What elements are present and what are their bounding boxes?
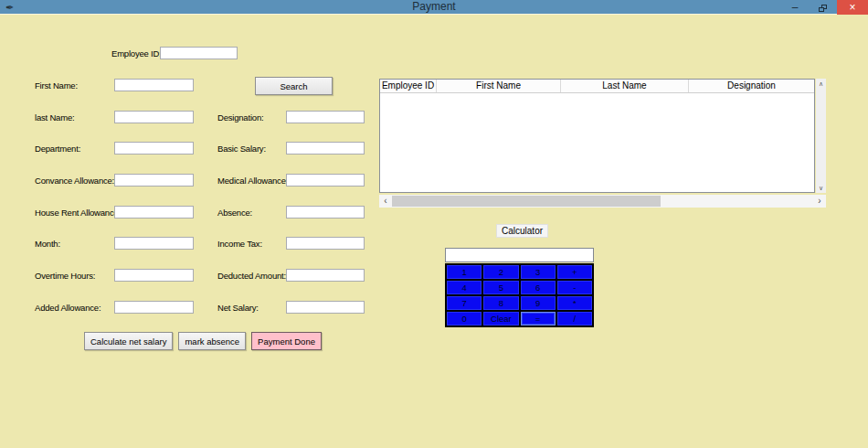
- employee-id-label: Employee ID:: [111, 48, 162, 59]
- grid-col-first-name[interactable]: First Name: [437, 80, 561, 92]
- scroll-down-icon[interactable]: ∨: [816, 183, 826, 193]
- calc-key-8[interactable]: 8: [483, 296, 518, 310]
- horizontal-scroll-thumb[interactable]: [392, 196, 661, 207]
- calculator-title: Calculator: [496, 224, 548, 238]
- calc-key-5[interactable]: 5: [483, 281, 518, 294]
- calc-key-plus[interactable]: +: [557, 265, 592, 279]
- calculator-display[interactable]: [445, 248, 594, 262]
- overtime-hours-label: Overtime Hours:: [35, 271, 95, 281]
- scroll-left-icon[interactable]: ‹: [380, 195, 391, 208]
- grid-col-designation[interactable]: Designation: [689, 80, 814, 92]
- income-tax-input[interactable]: [286, 237, 365, 250]
- calc-key-4[interactable]: 4: [447, 281, 482, 294]
- department-input[interactable]: [114, 142, 194, 155]
- minimize-icon: –: [792, 1, 799, 14]
- absence-label: Absence:: [217, 208, 252, 218]
- calc-key-1[interactable]: 1: [447, 265, 482, 279]
- month-label: Month:: [35, 239, 60, 249]
- convance-allowance-label: Convance Allowance:: [35, 176, 114, 186]
- close-icon: ×: [849, 1, 855, 14]
- calc-key-equals[interactable]: =: [521, 312, 556, 325]
- grid-horizontal-scrollbar[interactable]: ‹ ›: [379, 195, 826, 208]
- month-input[interactable]: [114, 237, 194, 250]
- grid-body[interactable]: [380, 93, 814, 192]
- calc-key-3[interactable]: 3: [521, 265, 556, 279]
- calc-key-2[interactable]: 2: [483, 265, 518, 279]
- employee-id-input[interactable]: [160, 47, 238, 59]
- basic-salary-label: Basic Salary:: [217, 144, 266, 154]
- house-rent-allowance-input[interactable]: [114, 206, 194, 219]
- income-tax-label: Income Tax:: [217, 239, 262, 249]
- designation-label: Designation:: [217, 112, 263, 123]
- restore-icon: [819, 5, 827, 12]
- department-label: Department:: [35, 144, 80, 154]
- grid-header-row: Employee ID First Name Last Name Designa…: [380, 80, 814, 93]
- payment-done-button[interactable]: Payment Done: [251, 332, 322, 350]
- calc-key-multiply[interactable]: *: [557, 296, 592, 310]
- window-title: Payment: [0, 0, 868, 15]
- maximize-button[interactable]: [811, 0, 833, 15]
- scroll-right-icon[interactable]: ›: [814, 195, 825, 208]
- house-rent-allowance-label: House Rent Allowance:: [35, 208, 121, 218]
- overtime-hours-input[interactable]: [114, 269, 194, 282]
- net-salary-input[interactable]: [286, 301, 365, 314]
- calc-key-clear[interactable]: Clear: [483, 312, 518, 325]
- grid-col-employee-id[interactable]: Employee ID: [380, 80, 437, 92]
- deducted-amount-input[interactable]: [286, 269, 365, 282]
- titlebar: ✒ Payment – ×: [0, 0, 868, 15]
- calc-key-6[interactable]: 6: [521, 281, 556, 294]
- grid-col-last-name[interactable]: Last Name: [561, 80, 689, 92]
- mark-absence-button[interactable]: mark absence: [178, 332, 246, 350]
- calculator-keypad: 1 2 3 + 4 5 6 - 7 8 9 * 0 Clear = /: [445, 263, 594, 327]
- basic-salary-input[interactable]: [286, 142, 365, 155]
- medical-allowance-label: Medical Allowance:: [217, 176, 288, 186]
- search-button[interactable]: Search: [255, 77, 333, 95]
- convance-allowance-input[interactable]: [114, 174, 194, 187]
- calc-key-0[interactable]: 0: [447, 312, 482, 325]
- employee-data-grid: Employee ID First Name Last Name Designa…: [379, 79, 815, 193]
- calculate-net-salary-button[interactable]: Calculate net salary: [84, 332, 173, 350]
- designation-input[interactable]: [286, 111, 365, 123]
- deducted-amount-label: Deducted Amount:: [217, 271, 286, 281]
- added-allowance-input[interactable]: [114, 301, 194, 314]
- scroll-up-icon[interactable]: ∧: [816, 79, 826, 89]
- net-salary-label: Net Salary:: [217, 303, 259, 313]
- minimize-button[interactable]: –: [784, 0, 806, 15]
- payment-window: ✒ Payment – × Employee ID: Search First …: [0, 0, 868, 448]
- calc-key-minus[interactable]: -: [557, 281, 592, 294]
- calc-key-7[interactable]: 7: [447, 296, 482, 310]
- close-button[interactable]: ×: [837, 0, 868, 15]
- calc-key-9[interactable]: 9: [521, 296, 556, 310]
- first-name-label: First Name:: [35, 80, 78, 91]
- absence-input[interactable]: [286, 206, 365, 219]
- grid-vertical-scrollbar[interactable]: ∧ ∨: [816, 79, 826, 193]
- calc-key-divide[interactable]: /: [557, 312, 592, 325]
- first-name-input[interactable]: [114, 79, 194, 91]
- last-name-input[interactable]: [114, 111, 194, 123]
- action-button-row: Calculate net salary mark absence Paymen…: [84, 332, 322, 350]
- medical-allowance-input[interactable]: [286, 174, 365, 187]
- last-name-label: last Name:: [35, 112, 74, 123]
- added-allowance-label: Added Allowance:: [35, 303, 101, 313]
